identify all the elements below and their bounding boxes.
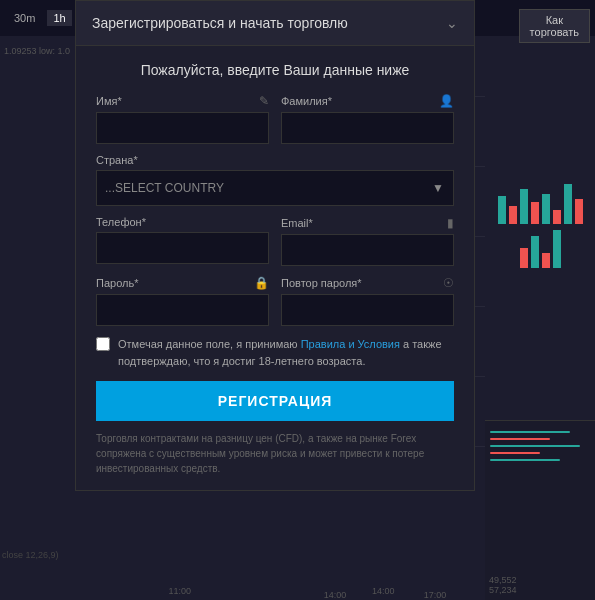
password-required: *	[134, 277, 138, 289]
phone-label: Телефон	[96, 216, 142, 228]
email-icon: ▮	[447, 216, 454, 230]
last-name-label: Фамилия	[281, 95, 328, 107]
confirm-password-group: Повтор пароля * ☉	[281, 276, 454, 326]
email-label: Email	[281, 217, 309, 229]
confirm-password-label: Повтор пароля	[281, 277, 357, 289]
first-name-label: Имя	[96, 95, 117, 107]
register-button[interactable]: РЕГИСТРАЦИЯ	[96, 381, 454, 421]
password-group: Пароль * 🔒	[96, 276, 269, 326]
candle-1	[498, 196, 506, 224]
terms-link[interactable]: Правила и Условия	[301, 338, 400, 350]
candle-5	[542, 194, 550, 224]
candle-3	[520, 189, 528, 224]
email-group: Email * ▮	[281, 216, 454, 266]
confirm-password-input[interactable]	[281, 294, 454, 326]
last-name-input[interactable]	[281, 112, 454, 144]
terms-label: Отмечая данное поле, я принимаю Правила …	[118, 336, 454, 369]
person-icon-first: ✎	[259, 94, 269, 108]
chart-candles	[485, 36, 595, 416]
candle-9	[520, 248, 528, 268]
country-row: Страна * ...SELECT COUNTRY ▼	[96, 154, 454, 206]
modal-title: Зарегистрироваться и начать торговлю	[92, 15, 348, 31]
last-name-required: *	[328, 95, 332, 107]
country-select-wrapper: ...SELECT COUNTRY ▼	[96, 170, 454, 206]
chart-tab-1h[interactable]: 1h	[47, 10, 71, 26]
candle-2	[509, 206, 517, 224]
first-name-group: Имя * ✎	[96, 94, 269, 144]
country-label: Страна	[96, 154, 133, 166]
first-name-label-row: Имя * ✎	[96, 94, 269, 108]
candle-6	[553, 210, 561, 224]
modal-header: Зарегистрироваться и начать торговлю ⌄	[76, 1, 474, 46]
country-label-row: Страна *	[96, 154, 454, 166]
terms-text-1: Отмечая данное поле, я принимаю	[118, 338, 301, 350]
candle-12	[553, 230, 561, 268]
chart-price-labels: 1.09253 low: 1.0	[0, 36, 78, 66]
phone-email-row: Телефон * Email * ▮	[96, 216, 454, 266]
password-input[interactable]	[96, 294, 269, 326]
terms-checkbox-row: Отмечая данное поле, я принимаю Правила …	[96, 336, 454, 369]
country-select[interactable]: ...SELECT COUNTRY	[96, 170, 454, 206]
phone-input[interactable]	[96, 232, 269, 264]
phone-required: *	[142, 216, 146, 228]
modal-chevron-icon[interactable]: ⌄	[446, 15, 458, 31]
candle-7	[564, 184, 572, 224]
email-required: *	[309, 217, 313, 229]
password-label: Пароль	[96, 277, 134, 289]
phone-group: Телефон *	[96, 216, 269, 266]
chart-indicator-label: close 12,26,9)	[2, 550, 59, 560]
disclaimer-text: Торговля контрактами на разницу цен (CFD…	[96, 431, 454, 476]
first-name-input[interactable]	[96, 112, 269, 144]
phone-label-row: Телефон *	[96, 216, 269, 228]
chart-tab-30m[interactable]: 30m	[8, 10, 41, 26]
terms-checkbox[interactable]	[96, 337, 110, 351]
candle-10	[531, 236, 539, 268]
confirm-password-required: *	[357, 277, 361, 289]
person-icon-last: 👤	[439, 94, 454, 108]
candle-11	[542, 253, 550, 268]
first-name-required: *	[117, 95, 121, 107]
last-name-group: Фамилия * 👤	[281, 94, 454, 144]
candle-8	[575, 199, 583, 224]
email-label-row: Email * ▮	[281, 216, 454, 230]
lock-icon: 🔒	[254, 276, 269, 290]
country-required: *	[133, 154, 137, 166]
candle-4	[531, 202, 539, 224]
chart-price-1: 1.09253 low: 1.0	[4, 46, 74, 56]
country-group: Страна * ...SELECT COUNTRY ▼	[96, 154, 454, 206]
password-label-row: Пароль * 🔒	[96, 276, 269, 290]
modal-overlay: Зарегистрироваться и начать торговлю ⌄ П…	[75, 0, 495, 600]
eye-icon: ☉	[443, 276, 454, 290]
confirm-password-label-row: Повтор пароля * ☉	[281, 276, 454, 290]
form-heading: Пожалуйста, введите Ваши данные ниже	[96, 62, 454, 78]
bottom-right-chart: 49,552 57,234	[485, 420, 595, 600]
how-to-trade-button[interactable]: Как торговать	[519, 9, 590, 43]
email-input[interactable]	[281, 234, 454, 266]
mini-chart-lines	[485, 421, 595, 475]
name-row: Имя * ✎ Фамилия * 👤	[96, 94, 454, 144]
modal-body: Пожалуйста, введите Ваши данные ниже Имя…	[76, 46, 474, 490]
registration-modal: Зарегистрироваться и начать торговлю ⌄ П…	[75, 0, 475, 491]
password-row: Пароль * 🔒 Повтор пароля * ☉	[96, 276, 454, 326]
last-name-label-row: Фамилия * 👤	[281, 94, 454, 108]
